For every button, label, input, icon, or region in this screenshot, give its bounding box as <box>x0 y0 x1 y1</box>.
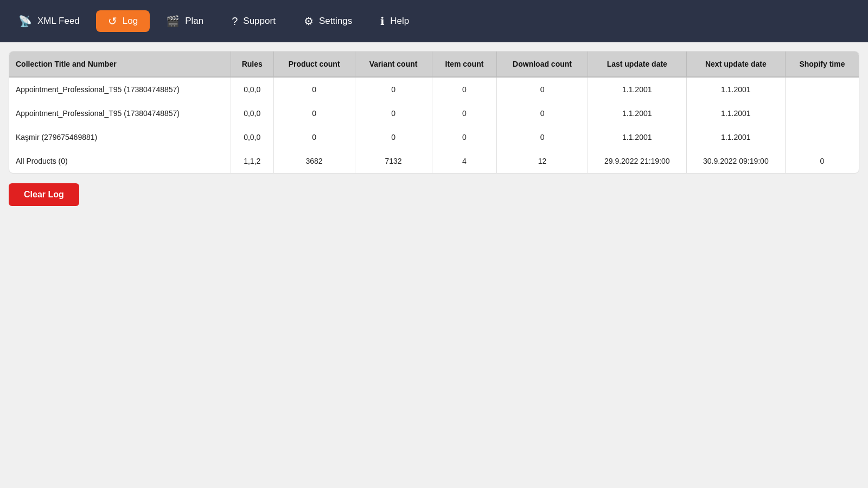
table-cell: 29.9.2022 21:19:00 <box>588 149 687 173</box>
nav-btn-xml-feed[interactable]: 📡XML Feed <box>7 10 92 32</box>
table-header-cell: Next update date <box>687 52 786 78</box>
table-cell: 0 <box>355 101 432 125</box>
table-cell: Appointment_Professional_T95 (1738047488… <box>9 101 231 125</box>
nav-label-support: Support <box>243 16 276 27</box>
table-cell <box>786 78 859 101</box>
table-cell: Kaşmir (279675469881) <box>9 125 231 149</box>
plan-icon: 🎬 <box>166 16 180 27</box>
table-header-cell: Item count <box>432 52 497 78</box>
nav-label-xml-feed: XML Feed <box>37 16 80 27</box>
settings-icon: ⚙ <box>304 16 314 27</box>
table-cell: 0 <box>432 101 497 125</box>
table-cell: 1.1.2001 <box>588 101 687 125</box>
table-header: Collection Title and NumberRulesProduct … <box>9 52 859 78</box>
table-cell: All Products (0) <box>9 149 231 173</box>
table-header-cell: Variant count <box>355 52 432 78</box>
table-header-cell: Product count <box>274 52 355 78</box>
navbar: 📡XML Feed↺Log🎬Plan?Support⚙SettingsℹHelp <box>0 0 868 42</box>
table-header-cell: Download count <box>497 52 588 78</box>
table-header-cell: Collection Title and Number <box>9 52 231 78</box>
help-icon: ℹ <box>380 16 385 27</box>
table-row: Appointment_Professional_T95 (1738047488… <box>9 101 859 125</box>
table-cell: 0 <box>497 78 588 101</box>
table-cell: 1.1.2001 <box>687 125 786 149</box>
xml-feed-icon: 📡 <box>18 16 32 27</box>
table-cell: 3682 <box>274 149 355 173</box>
table-row: Kaşmir (279675469881)0,0,000001.1.20011.… <box>9 125 859 149</box>
nav-label-log: Log <box>123 16 138 27</box>
table-cell <box>786 101 859 125</box>
table-cell: 1,1,2 <box>231 149 274 173</box>
table-cell: 0 <box>274 78 355 101</box>
table-cell: 0 <box>355 125 432 149</box>
nav-btn-plan[interactable]: 🎬Plan <box>154 10 215 32</box>
table-cell: 12 <box>497 149 588 173</box>
log-table-wrapper: Collection Title and NumberRulesProduct … <box>9 51 859 174</box>
log-icon: ↺ <box>108 16 117 27</box>
nav-label-help: Help <box>390 16 409 27</box>
log-table: Collection Title and NumberRulesProduct … <box>9 52 859 173</box>
table-cell: 0,0,0 <box>231 125 274 149</box>
table-cell: 0 <box>786 149 859 173</box>
table-cell: 30.9.2022 09:19:00 <box>687 149 786 173</box>
table-cell: 7132 <box>355 149 432 173</box>
table-header-cell: Shopify time <box>786 52 859 78</box>
table-cell: 1.1.2001 <box>687 78 786 101</box>
nav-btn-help[interactable]: ℹHelp <box>368 10 421 32</box>
table-body: Appointment_Professional_T95 (1738047488… <box>9 78 859 173</box>
table-cell: 0 <box>355 78 432 101</box>
table-cell: Appointment_Professional_T95 (1738047488… <box>9 78 231 101</box>
table-cell: 0,0,0 <box>231 101 274 125</box>
nav-label-settings: Settings <box>319 16 352 27</box>
table-cell: 1.1.2001 <box>588 78 687 101</box>
nav-btn-log[interactable]: ↺Log <box>96 10 150 32</box>
table-header-cell: Rules <box>231 52 274 78</box>
table-cell: 0,0,0 <box>231 78 274 101</box>
table-cell: 0 <box>274 125 355 149</box>
table-cell: 1.1.2001 <box>687 101 786 125</box>
table-cell: 0 <box>432 125 497 149</box>
table-cell: 0 <box>497 125 588 149</box>
nav-btn-settings[interactable]: ⚙Settings <box>292 10 364 32</box>
table-header-cell: Last update date <box>588 52 687 78</box>
main-content: Collection Title and NumberRulesProduct … <box>0 42 868 488</box>
table-cell: 1.1.2001 <box>588 125 687 149</box>
table-row: Appointment_Professional_T95 (1738047488… <box>9 78 859 101</box>
support-icon: ? <box>232 16 238 27</box>
clear-log-button[interactable]: Clear Log <box>9 183 79 206</box>
table-cell: 0 <box>274 101 355 125</box>
table-cell: 0 <box>432 78 497 101</box>
table-cell: 4 <box>432 149 497 173</box>
nav-btn-support[interactable]: ?Support <box>220 10 288 32</box>
table-cell <box>786 125 859 149</box>
nav-label-plan: Plan <box>185 16 203 27</box>
table-row: All Products (0)1,1,23682713241229.9.202… <box>9 149 859 173</box>
table-cell: 0 <box>497 101 588 125</box>
